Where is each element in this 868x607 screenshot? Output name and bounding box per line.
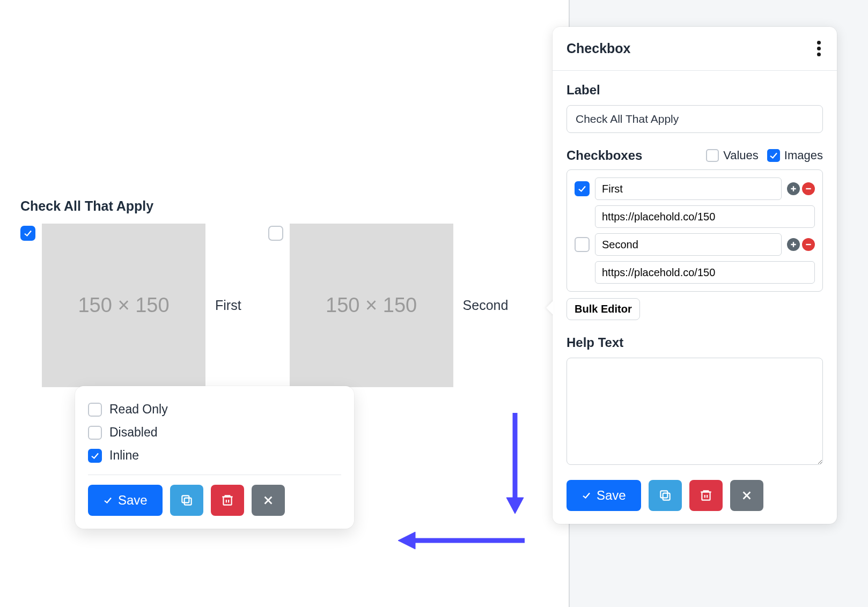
svg-rect-7 (663, 493, 670, 500)
svg-rect-9 (702, 492, 710, 500)
save-label: Save (597, 488, 626, 503)
options-popover: Read Only Disabled Inline Save (75, 386, 354, 529)
option-image-input[interactable] (595, 261, 815, 284)
option-image-placeholder: 150 × 150 (290, 224, 453, 387)
duplicate-button[interactable] (649, 480, 682, 511)
field-label: Check All That Apply (20, 198, 535, 214)
default-checked-input[interactable] (575, 181, 590, 196)
checkbox-option[interactable]: 150 × 150 Second (268, 224, 509, 387)
add-option-button[interactable] (787, 238, 800, 251)
remove-option-button[interactable] (802, 182, 815, 195)
copy-icon (658, 488, 672, 502)
label-heading: Label (567, 83, 823, 98)
values-flag[interactable]: Values (706, 149, 759, 162)
toggle-label: Inline (109, 448, 139, 463)
checkboxes-heading: Checkboxes (567, 148, 642, 163)
remove-option-button[interactable] (802, 238, 815, 251)
save-button[interactable]: Save (88, 485, 163, 516)
checkbox-input[interactable] (268, 226, 283, 241)
plus-icon (790, 185, 797, 193)
disabled-toggle[interactable]: Disabled (88, 421, 341, 444)
checkbox-input[interactable] (88, 403, 102, 417)
toggle-label: Disabled (109, 425, 158, 440)
checkbox-input[interactable] (88, 449, 102, 463)
more-menu-button[interactable] (815, 39, 823, 58)
svg-rect-1 (182, 495, 189, 502)
option-name-input[interactable] (595, 233, 782, 256)
help-text-heading: Help Text (567, 335, 823, 350)
checkbox-input[interactable] (767, 149, 780, 162)
svg-rect-2 (223, 497, 231, 505)
delete-button[interactable] (211, 485, 244, 516)
arrow-down-icon (499, 413, 531, 515)
svg-rect-0 (184, 498, 191, 505)
close-button[interactable] (252, 485, 285, 516)
images-flag[interactable]: Images (767, 149, 823, 162)
option-label: Second (463, 298, 509, 313)
toggle-label: Read Only (109, 402, 168, 417)
save-button[interactable]: Save (567, 480, 641, 511)
trash-icon (699, 488, 713, 502)
minus-icon (805, 241, 812, 248)
help-text-input[interactable] (567, 358, 823, 465)
field-editor-panel: Checkbox Label Checkboxes Values Images (553, 27, 837, 524)
options-list (567, 169, 823, 292)
minus-icon (805, 185, 812, 193)
delete-button[interactable] (689, 480, 723, 511)
form-preview: Check All That Apply 150 × 150 First 150… (20, 198, 535, 387)
default-checked-input[interactable] (575, 237, 590, 252)
option-row (575, 177, 815, 200)
close-icon (741, 490, 753, 501)
checkbox-input[interactable] (88, 426, 102, 440)
close-icon (262, 494, 274, 506)
label-input[interactable] (567, 105, 823, 133)
add-option-button[interactable] (787, 182, 800, 195)
plus-icon (790, 241, 797, 248)
svg-rect-8 (660, 491, 667, 498)
arrow-left-icon (397, 524, 526, 557)
read-only-toggle[interactable]: Read Only (88, 398, 341, 421)
option-label: First (215, 298, 241, 313)
svg-marker-6 (398, 532, 415, 549)
option-row (575, 233, 815, 256)
close-button[interactable] (730, 480, 763, 511)
copy-icon (180, 493, 194, 507)
panel-title: Checkbox (567, 41, 630, 56)
duplicate-button[interactable] (170, 485, 203, 516)
separator (88, 475, 341, 475)
checkbox-input[interactable] (706, 149, 719, 162)
checkbox-option[interactable]: 150 × 150 First (20, 224, 241, 387)
trash-icon (220, 493, 234, 507)
save-label: Save (118, 493, 148, 508)
svg-marker-4 (506, 498, 524, 514)
option-image-placeholder: 150 × 150 (42, 224, 205, 387)
inline-toggle[interactable]: Inline (88, 444, 341, 467)
bulk-editor-button[interactable]: Bulk Editor (567, 298, 640, 320)
option-image-input[interactable] (595, 205, 815, 228)
checkbox-input[interactable] (20, 226, 35, 241)
option-name-input[interactable] (595, 177, 782, 200)
